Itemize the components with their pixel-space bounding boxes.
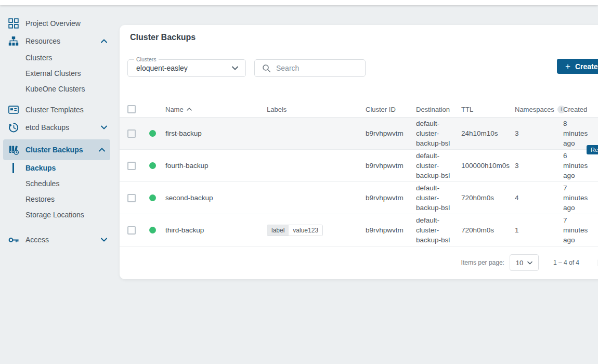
row-checkbox[interactable] xyxy=(127,194,136,202)
backup-name: third-backup xyxy=(165,226,267,234)
clusters-select-label: Clusters xyxy=(134,56,159,62)
backup-name: fourth-backup xyxy=(165,162,267,170)
label-chip-value: value123 xyxy=(289,225,322,236)
backup-destination: default-cluster-backup-bsl xyxy=(416,183,458,213)
sidebar-item-external-clusters[interactable]: External Clusters xyxy=(0,66,120,81)
sidebar-item-label: Cluster Templates xyxy=(25,106,84,114)
create-button[interactable]: + Create xyxy=(557,59,598,74)
backup-ttl: 720h0m0s xyxy=(461,194,515,202)
sidebar-subitem-label: Storage Locations xyxy=(25,211,84,219)
select-all-checkbox[interactable] xyxy=(127,105,136,113)
sidebar-item-resources[interactable]: Resources xyxy=(0,32,120,50)
row-checkbox[interactable] xyxy=(127,162,136,170)
sidebar-item-restores[interactable]: Restores xyxy=(0,191,120,207)
backup-cluster-id: b9rvhpwvtm xyxy=(366,194,416,202)
plus-icon: + xyxy=(565,62,570,71)
sidebar-item-etcd-backups[interactable]: etcd Backups xyxy=(0,119,120,136)
backup-destination: default-cluster-backup-bsl xyxy=(416,151,458,180)
search-input[interactable] xyxy=(276,64,354,72)
history-icon xyxy=(8,122,19,133)
backup-books-clock-icon xyxy=(8,145,19,155)
page-range-label: 1 – 4 of 4 xyxy=(553,259,579,266)
chevron-down-icon xyxy=(101,125,107,129)
sidebar-subitem-label: Clusters xyxy=(25,54,52,62)
backup-created: 8 minutes ago xyxy=(563,119,591,148)
backup-namespaces: 4 xyxy=(515,194,563,202)
backup-destination: default-cluster-backup-bsl xyxy=(416,119,458,148)
sidebar-item-clusters[interactable]: Clusters xyxy=(0,50,120,66)
table-header-row: Name Labels Cluster ID Destination TTL N… xyxy=(120,101,598,118)
backup-created: 6 minutes ago xyxy=(563,151,591,180)
backup-cluster-id: b9rvhpwvtm xyxy=(366,162,416,170)
table-row[interactable]: fourth-backup b9rvhpwvtm default-cluster… xyxy=(120,150,598,182)
label-chip-key: label xyxy=(267,225,289,236)
column-header-ttl: TTL xyxy=(461,106,515,113)
row-checkbox[interactable] xyxy=(127,129,136,138)
page-size-select[interactable]: 10 xyxy=(510,254,539,271)
column-header-destination: Destination xyxy=(416,106,461,113)
clusters-select[interactable]: Clusters eloquent-easley xyxy=(127,59,246,77)
sidebar-item-access[interactable]: Access xyxy=(0,231,120,249)
backup-cluster-id: b9rvhpwvtm xyxy=(366,226,416,234)
sort-ascending-icon xyxy=(187,108,192,111)
sidebar-item-storage-locations[interactable]: Storage Locations xyxy=(0,207,120,223)
sitemap-icon xyxy=(8,36,19,46)
sidebar-subitem-label: Backups xyxy=(25,164,56,172)
backup-ttl: 24h10m10s xyxy=(461,129,515,137)
sidebar-subitem-label: Restores xyxy=(25,195,55,203)
page-size-value: 10 xyxy=(516,259,523,267)
backup-namespaces: 3 xyxy=(515,162,563,170)
column-header-created: Created xyxy=(563,106,598,113)
backup-namespaces: 3 xyxy=(515,129,563,137)
search-box xyxy=(254,59,366,77)
table-row[interactable]: third-backup label value123 b9rvhpwvtm d… xyxy=(120,214,598,246)
sidebar-item-cluster-templates[interactable]: Cluster Templates xyxy=(0,101,120,119)
sidebar: Project Overview Resources Clusters xyxy=(0,5,120,249)
sidebar-item-kubeone-clusters[interactable]: KubeOne Clusters xyxy=(0,81,120,97)
chevron-up-icon xyxy=(99,148,105,152)
table-row[interactable]: first-backup b9rvhpwvtm default-cluster-… xyxy=(120,118,598,150)
chevron-down-icon xyxy=(527,261,532,265)
backup-labels: label value123 xyxy=(267,225,366,236)
status-healthy-icon xyxy=(149,130,156,137)
column-header-name[interactable]: Name xyxy=(165,106,267,113)
backup-created: 7 minutes ago xyxy=(563,183,591,213)
sidebar-subitem-label: KubeOne Clusters xyxy=(25,85,85,93)
column-header-label: Name xyxy=(165,106,184,113)
sidebar-item-cluster-backups[interactable]: Cluster Backups xyxy=(3,139,110,160)
sidebar-item-label: Project Overview xyxy=(25,19,81,28)
row-checkbox[interactable] xyxy=(127,226,136,235)
backup-cluster-id: b9rvhpwvtm xyxy=(366,129,416,137)
chevron-down-icon xyxy=(101,238,107,242)
sidebar-item-label: Cluster Backups xyxy=(25,146,83,154)
items-per-page-label: Items per page: xyxy=(461,259,504,266)
backup-name: first-backup xyxy=(165,129,267,137)
sidebar-item-schedules[interactable]: Schedules xyxy=(0,176,120,191)
column-header-cluster-id: Cluster ID xyxy=(366,106,416,113)
restore-button[interactable]: Restore xyxy=(587,145,598,154)
label-chip: label value123 xyxy=(267,225,323,236)
status-healthy-icon xyxy=(149,227,156,233)
backup-ttl: 720h0m0s xyxy=(461,226,515,234)
top-navigation-bar xyxy=(0,0,598,5)
backup-name: second-backup xyxy=(165,194,267,202)
paginator: Items per page: 10 1 – 4 of 4 xyxy=(120,246,598,279)
backup-destination: default-cluster-backup-bsl xyxy=(416,215,458,245)
column-header-labels: Labels xyxy=(267,106,366,113)
table-row[interactable]: second-backup b9rvhpwvtm default-cluster… xyxy=(120,182,598,214)
backup-created: 7 minutes ago xyxy=(563,215,591,245)
chevron-up-icon xyxy=(101,39,107,43)
status-healthy-icon xyxy=(149,162,156,169)
sidebar-item-project-overview[interactable]: Project Overview xyxy=(0,15,120,32)
backup-ttl: 100000h10m0s xyxy=(461,162,515,170)
search-icon xyxy=(262,64,271,73)
cluster-backups-card: Cluster Backups Clusters eloquent-easley xyxy=(120,25,598,279)
chevron-down-icon xyxy=(232,66,238,70)
sidebar-subitem-label: Schedules xyxy=(25,179,59,188)
key-icon xyxy=(8,235,19,245)
grid-icon xyxy=(8,18,19,29)
sidebar-item-backups[interactable]: Backups xyxy=(0,160,120,176)
app-window: Project Overview Resources Clusters xyxy=(0,0,598,364)
status-healthy-icon xyxy=(149,194,156,201)
sidebar-item-label: Resources xyxy=(25,37,60,45)
